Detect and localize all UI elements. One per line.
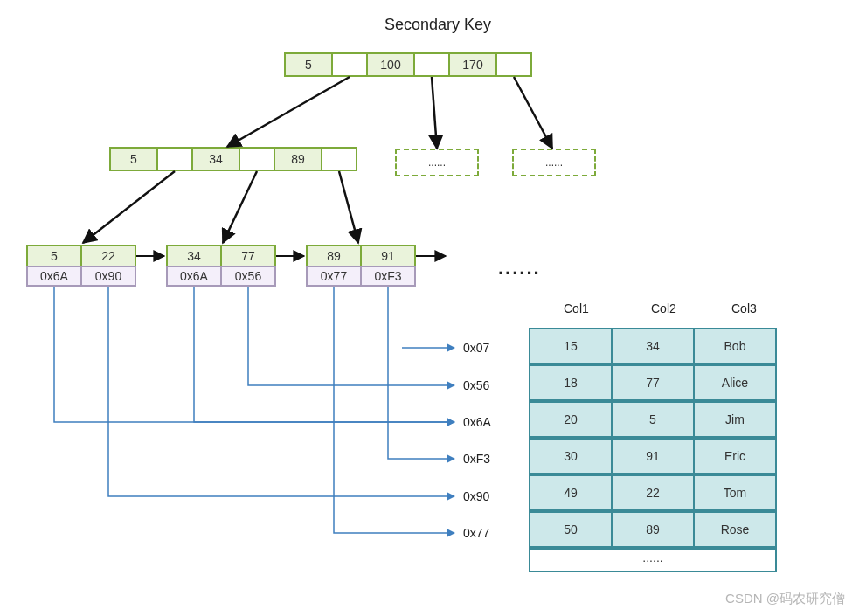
root-key-0: 5 (284, 52, 333, 77)
table-header-0: Col1 (564, 301, 589, 315)
addr-2: 0x6A (463, 415, 491, 429)
table-cell: Bob (693, 328, 777, 364)
svg-line-5 (339, 171, 358, 243)
svg-line-1 (432, 77, 437, 149)
table-cell: 89 (611, 511, 695, 548)
table-cell: Alice (693, 364, 777, 401)
root-gap-0 (331, 52, 368, 77)
table-cell: 22 (611, 474, 695, 511)
leaf0-ptr-1: 0x90 (80, 266, 136, 287)
table-cell: 77 (611, 364, 695, 401)
leaf-ellipsis: ······ (498, 262, 541, 285)
ghost-child-0: ...... (395, 149, 479, 176)
mid-key-2: 89 (274, 147, 322, 171)
table-cell: Rose (693, 511, 777, 548)
table-cell: 91 (611, 438, 695, 474)
addr-5: 0x77 (463, 526, 489, 540)
watermark: CSDN @码农研究僧 (725, 591, 845, 607)
svg-line-0 (227, 77, 350, 147)
table-cell: 18 (529, 364, 613, 401)
addr-0: 0x07 (463, 341, 489, 355)
leaf2-key-1: 91 (360, 245, 416, 267)
root-key-1: 100 (366, 52, 415, 77)
table-cell: Jim (693, 401, 777, 438)
addr-4: 0x90 (463, 489, 489, 503)
ghost-child-1: ...... (512, 149, 596, 176)
leaf0-key-1: 22 (80, 245, 136, 267)
svg-line-3 (83, 171, 175, 243)
svg-line-4 (223, 171, 257, 243)
mid-gap-1 (239, 147, 275, 171)
table-cell: 20 (529, 401, 613, 438)
mid-gap-0 (156, 147, 193, 171)
root-gap-2 (495, 52, 532, 77)
leaf2-ptr-0: 0x77 (306, 266, 362, 287)
table-cell: Eric (693, 438, 777, 474)
table-header-2: Col3 (731, 301, 757, 315)
leaf2-key-0: 89 (306, 245, 362, 267)
leaf1-ptr-0: 0x6A (166, 266, 222, 287)
table-cell: 5 (611, 401, 695, 438)
table-cell: 30 (529, 438, 613, 474)
leaf1-key-1: 77 (220, 245, 276, 267)
table-more-row: ······ (529, 548, 777, 572)
table-cell: 50 (529, 511, 613, 548)
svg-line-2 (514, 77, 552, 149)
leaf0-key-0: 5 (26, 245, 82, 267)
leaf1-ptr-1: 0x56 (220, 266, 276, 287)
page-title: Secondary Key (384, 16, 491, 34)
leaf1-key-0: 34 (166, 245, 222, 267)
root-gap-1 (413, 52, 450, 77)
leaf2-ptr-1: 0xF3 (360, 266, 416, 287)
addr-1: 0x56 (463, 378, 489, 392)
mid-key-0: 5 (109, 147, 158, 171)
table-header-1: Col2 (651, 301, 676, 315)
mid-gap-2 (321, 147, 357, 171)
table-cell: 34 (611, 328, 695, 364)
table-cell: 49 (529, 474, 613, 511)
table-cell: Tom (693, 474, 777, 511)
root-key-2: 170 (448, 52, 497, 77)
mid-key-1: 34 (191, 147, 240, 171)
leaf0-ptr-0: 0x6A (26, 266, 82, 287)
table-cell: 15 (529, 328, 613, 364)
addr-3: 0xF3 (463, 452, 490, 466)
